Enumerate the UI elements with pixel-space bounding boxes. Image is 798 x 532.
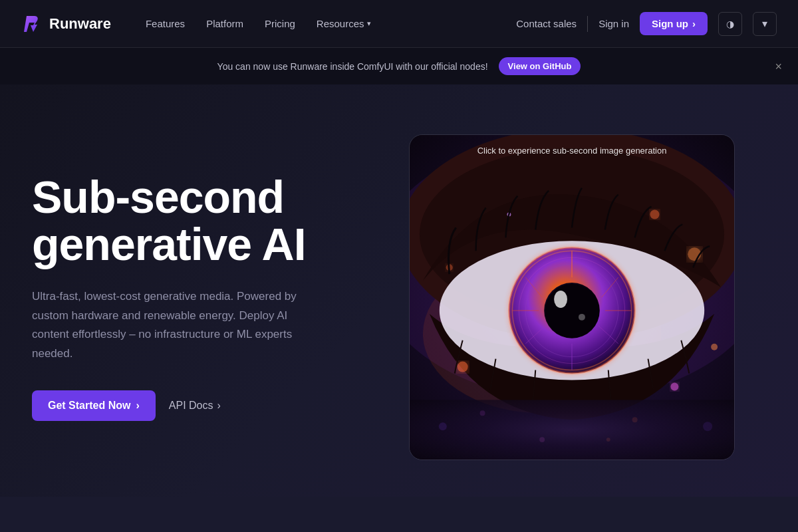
svg-point-27	[650, 210, 660, 219]
svg-point-24	[670, 382, 678, 390]
navbar: Runware Features Platform Pricing Resour…	[0, 0, 798, 48]
api-docs-arrow-icon: ›	[217, 400, 220, 412]
nav-resources[interactable]: Resources ▾	[309, 14, 379, 33]
sign-up-arrow-icon: ›	[692, 18, 696, 29]
nav-more-button[interactable]: ▾	[753, 12, 777, 36]
hero-image	[410, 135, 734, 460]
theme-toggle-button[interactable]: ◑	[718, 12, 742, 36]
logo-icon	[21, 13, 43, 35]
logo-text: Runware	[49, 15, 111, 33]
svg-rect-36	[410, 400, 734, 460]
resources-dropdown-icon: ▾	[367, 19, 371, 28]
nav-features[interactable]: Features	[138, 14, 193, 33]
banner-text: You can now use Runware inside ComfyUI w…	[217, 61, 488, 72]
announcement-banner: You can now use Runware inside ComfyUI w…	[0, 48, 798, 84]
navbar-right: Contact sales Sign in Sign up › ◑ ▾	[516, 12, 777, 36]
get-started-button[interactable]: Get Started Now ›	[32, 390, 156, 421]
svg-point-23	[458, 362, 468, 372]
contact-sales-link[interactable]: Contact sales	[516, 18, 577, 29]
hero-title: Sub-second generative AI	[32, 174, 338, 269]
logo[interactable]: Runware	[21, 13, 111, 35]
hero-right: Click to experience sub-second image gen…	[378, 134, 766, 460]
hero-actions: Get Started Now › API Docs ›	[32, 390, 338, 421]
hero-section: Sub-second generative AI Ultra-fast, low…	[0, 84, 798, 497]
banner-close-button[interactable]: ×	[775, 59, 782, 73]
svg-point-29	[711, 344, 718, 350]
svg-point-19	[545, 284, 598, 337]
view-github-button[interactable]: View on GitHub	[499, 57, 581, 75]
api-docs-link[interactable]: API Docs ›	[169, 400, 221, 412]
hero-subtitle: Ultra-fast, lowest-cost generative media…	[32, 287, 311, 364]
navbar-left: Runware Features Platform Pricing Resour…	[21, 13, 379, 35]
theme-icon: ◑	[726, 19, 734, 29]
sign-up-button[interactable]: Sign up ›	[640, 12, 708, 35]
nav-platform[interactable]: Platform	[198, 14, 251, 33]
hero-left: Sub-second generative AI Ultra-fast, low…	[32, 174, 338, 421]
svg-point-20	[554, 291, 567, 308]
sign-in-link[interactable]: Sign in	[598, 18, 629, 29]
nav-links: Features Platform Pricing Resources ▾	[138, 14, 379, 33]
get-started-arrow-icon: ›	[136, 400, 139, 412]
nav-pricing[interactable]: Pricing	[257, 14, 303, 33]
svg-point-21	[579, 314, 585, 321]
nav-divider	[587, 16, 588, 32]
hero-image-container[interactable]: Click to experience sub-second image gen…	[409, 134, 735, 460]
image-label: Click to experience sub-second image gen…	[410, 135, 734, 166]
chevron-down-icon: ▾	[762, 17, 767, 30]
